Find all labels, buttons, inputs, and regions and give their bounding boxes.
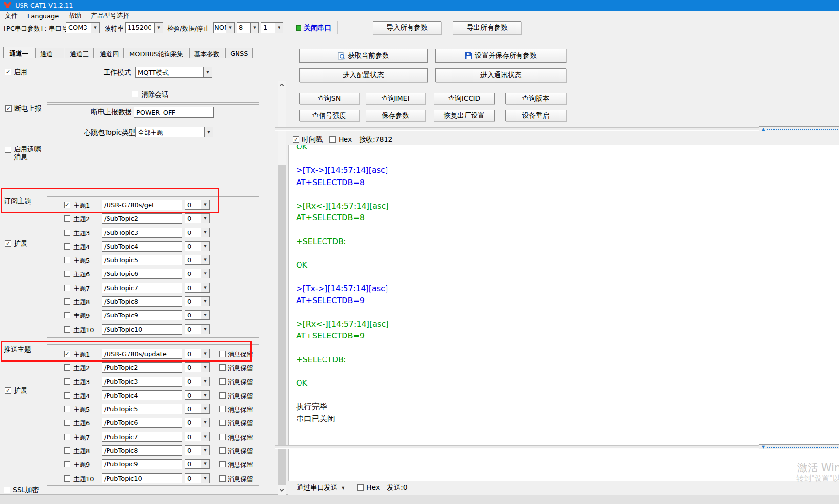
chevron-down-icon[interactable]: ▼ [91,23,99,33]
topic-checkbox[interactable] [64,461,70,467]
qos-select[interactable]: 0▼ [185,255,210,265]
heartbeat-topic-select[interactable]: 全部主题 ▼ [135,127,213,137]
left-panel-scrollbar[interactable] [278,81,286,495]
scroll-down-arrow-icon[interactable] [278,486,286,495]
topic-input[interactable] [102,362,182,373]
set-save-all-params-button[interactable]: 设置并保存所有参数 [435,49,566,63]
tab-1[interactable]: 通道一 [3,47,34,58]
topic-input[interactable] [102,459,182,469]
query-button-2-3[interactable]: 恢复出厂设置 [434,110,495,121]
chevron-down-icon[interactable]: ▼ [201,283,209,292]
topic-checkbox[interactable] [64,420,70,426]
power-data-input[interactable] [134,107,214,118]
qos-select[interactable]: 0▼ [185,473,210,483]
topic-input[interactable] [102,283,182,293]
send-via-serial-dropdown[interactable]: 通过串口发送 ▼ [297,483,344,492]
menu-item-4[interactable]: 产品型号选择 [86,11,134,21]
baud-select[interactable]: 115200 ▼ [125,22,163,33]
topic-input[interactable] [102,241,182,252]
ssl-checkbox[interactable] [4,487,10,493]
retain-checkbox[interactable] [219,351,226,357]
topic-input[interactable] [102,200,182,210]
retain-checkbox[interactable] [219,475,226,482]
topic-checkbox[interactable] [64,230,70,236]
get-current-params-button[interactable]: 获取当前参数 [299,49,428,63]
qos-select[interactable]: 0▼ [185,324,210,334]
stopbits-select[interactable]: 1 ▼ [261,22,283,33]
topic-checkbox[interactable] [64,285,70,291]
chevron-down-icon[interactable]: ▼ [201,418,209,427]
import-all-params-button[interactable]: 导入所有参数 [373,21,441,34]
topic-input[interactable] [102,404,182,414]
query-button-2-4[interactable]: 设备重启 [505,110,566,121]
query-button-1-4[interactable]: 查询版本 [505,93,566,104]
topic-checkbox[interactable] [64,378,70,385]
topic-checkbox[interactable] [64,243,70,250]
topic-input[interactable] [102,324,182,335]
databits-select[interactable]: 8 ▼ [237,22,259,33]
retain-checkbox[interactable] [219,420,226,426]
topic-input[interactable] [102,432,182,442]
subscribe-extend-checkbox[interactable]: ✓ [5,240,11,247]
topic-checkbox[interactable] [64,271,70,277]
chevron-down-icon[interactable]: ▼ [201,474,209,483]
qos-select[interactable]: 0▼ [185,241,210,251]
menu-item-3[interactable]: 帮助 [64,11,86,21]
query-button-1-2[interactable]: 查询IMEI [366,93,425,104]
work-mode-select[interactable]: MQTT模式 ▼ [135,67,212,78]
chevron-down-icon[interactable]: ▼ [201,363,209,372]
topic-checkbox[interactable]: ✓ [64,202,70,208]
chevron-down-icon[interactable]: ▼ [201,255,209,264]
qos-select[interactable]: 0▼ [185,377,210,386]
timestamp-checkbox[interactable]: ✓ [293,136,299,143]
publish-extend-checkbox[interactable]: ✓ [5,387,11,394]
enter-config-state-button[interactable]: 进入配置状态 [299,68,428,82]
parity-select[interactable]: NONI ▼ [213,22,235,33]
chevron-down-icon[interactable]: ▼ [201,446,209,455]
power-report-checkbox[interactable]: ✓ [5,105,12,112]
chevron-down-icon[interactable]: ▼ [201,228,209,237]
topic-checkbox[interactable] [64,298,70,305]
chevron-down-icon[interactable]: ▼ [154,23,163,33]
scroll-up-arrow-icon[interactable] [278,81,286,89]
retain-checkbox[interactable] [219,434,226,440]
topic-checkbox[interactable] [64,364,70,371]
chevron-down-icon[interactable]: ▼ [201,297,209,306]
chevron-down-icon[interactable]: ▼ [201,349,209,358]
clear-session-checkbox[interactable] [132,91,138,97]
chevron-down-icon[interactable]: ▼ [201,460,209,468]
topic-checkbox[interactable] [64,312,70,318]
topic-input[interactable] [102,296,182,307]
retain-checkbox[interactable] [219,447,226,454]
chevron-down-icon[interactable]: ▼ [201,214,209,223]
retain-checkbox[interactable] [219,461,226,467]
chevron-down-icon[interactable]: ▼ [201,377,209,386]
will-message-checkbox[interactable] [5,147,11,153]
qos-select[interactable]: 0▼ [185,404,210,414]
qos-select[interactable]: 0▼ [185,459,210,469]
chevron-down-icon[interactable]: ▼ [201,325,209,334]
topic-input[interactable] [102,418,182,428]
chevron-down-icon[interactable]: ▼ [201,432,209,441]
topic-input[interactable] [102,310,182,320]
topic-checkbox[interactable] [64,392,70,399]
query-button-1-3[interactable]: 查询ICCID [434,93,495,104]
retain-checkbox[interactable] [219,392,226,399]
chevron-down-icon[interactable]: ▼ [204,127,213,137]
tab-2[interactable]: 通道二 [35,48,64,58]
retain-checkbox[interactable] [219,406,226,412]
topic-input[interactable] [102,349,182,359]
com-port-select[interactable]: COM3 ▼ [66,22,100,33]
retain-checkbox[interactable] [219,378,226,385]
chevron-down-icon[interactable]: ▼ [201,269,209,278]
qos-select[interactable]: 0▼ [185,362,210,372]
chevron-down-icon[interactable]: ▼ [201,311,209,319]
topic-input[interactable] [102,269,182,279]
chevron-down-icon[interactable]: ▼ [226,23,234,33]
tab-5[interactable]: MODBUS轮询采集 [125,48,188,58]
enter-comm-state-button[interactable]: 进入通讯状态 [435,68,566,82]
tab-6[interactable]: 基本参数 [189,48,224,58]
topic-checkbox[interactable] [64,406,70,412]
topic-checkbox[interactable] [64,475,70,482]
topic-checkbox[interactable] [64,257,70,263]
